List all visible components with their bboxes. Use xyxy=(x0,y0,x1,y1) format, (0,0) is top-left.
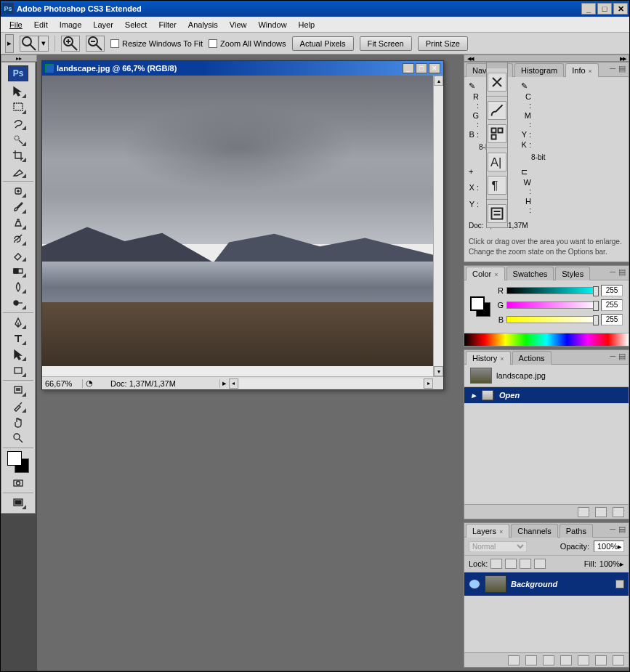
shape-tool[interactable] xyxy=(9,363,27,378)
panel-minimize-icon[interactable]: ─ xyxy=(610,352,615,361)
panel-menu-icon[interactable]: ▤ xyxy=(618,352,626,361)
close-button[interactable]: ✕ xyxy=(613,3,628,15)
menu-view[interactable]: View xyxy=(224,19,253,31)
menu-image[interactable]: Image xyxy=(54,19,88,31)
dodge-tool[interactable] xyxy=(9,296,27,310)
blend-mode-select[interactable]: Normal xyxy=(469,541,527,552)
new-group-icon[interactable] xyxy=(578,655,589,665)
delete-state-icon[interactable] xyxy=(613,507,624,517)
history-brush-tool[interactable] xyxy=(9,232,27,246)
tool-preset-dropdown[interactable]: ▾ xyxy=(39,36,49,52)
panel-minimize-icon[interactable]: ─ xyxy=(610,267,615,277)
screen-mode-tool[interactable] xyxy=(9,495,27,510)
type-tool[interactable] xyxy=(9,331,27,346)
marquee-tool[interactable] xyxy=(9,100,27,115)
r-value[interactable]: 255 xyxy=(601,285,623,296)
crop-tool[interactable] xyxy=(9,148,27,163)
menu-file[interactable]: File xyxy=(4,19,28,31)
lasso-tool[interactable] xyxy=(9,116,27,131)
panel-menu-icon[interactable]: ▤ xyxy=(618,64,626,73)
new-snapshot-icon[interactable] xyxy=(595,507,607,517)
lock-pixels-icon[interactable] xyxy=(505,559,517,569)
tab-info[interactable]: Info× xyxy=(565,63,599,77)
new-layer-icon[interactable] xyxy=(595,655,607,665)
print-size-button[interactable]: Print Size xyxy=(418,36,468,51)
new-doc-from-state-icon[interactable] xyxy=(578,507,589,517)
pen-tool[interactable] xyxy=(9,315,27,330)
lock-transparency-icon[interactable] xyxy=(490,559,502,569)
panel-icon-clone[interactable] xyxy=(488,101,506,120)
tab-channels[interactable]: Channels xyxy=(511,524,557,538)
lock-position-icon[interactable] xyxy=(520,559,531,569)
layer-background[interactable]: Background xyxy=(464,572,629,596)
notes-tool[interactable] xyxy=(9,383,27,397)
eyedropper-tool[interactable] xyxy=(9,399,27,413)
tab-swatches[interactable]: Swatches xyxy=(506,267,554,280)
menu-window[interactable]: Window xyxy=(252,19,292,31)
healing-brush-tool[interactable] xyxy=(9,184,27,198)
menu-edit[interactable]: Edit xyxy=(28,19,54,31)
menu-analysis[interactable]: Analysis xyxy=(182,19,224,31)
menu-select[interactable]: Select xyxy=(119,19,153,31)
brush-tool[interactable] xyxy=(9,200,27,214)
maximize-button[interactable]: □ xyxy=(597,3,612,15)
move-tool[interactable] xyxy=(9,84,27,99)
horizontal-scrollbar[interactable]: ◂▸ xyxy=(229,378,433,389)
menu-help[interactable]: Help xyxy=(293,19,321,31)
lock-all-icon[interactable] xyxy=(534,559,546,569)
fill-value[interactable]: 100%▸ xyxy=(599,559,624,569)
b-slider[interactable] xyxy=(506,316,598,323)
panel-menu-icon[interactable]: ▤ xyxy=(618,525,626,534)
options-expand[interactable]: ▸ xyxy=(5,34,14,53)
g-value[interactable]: 255 xyxy=(601,299,623,311)
hand-tool[interactable] xyxy=(9,415,27,429)
doc-minimize-button[interactable]: _ xyxy=(403,63,414,73)
document-canvas[interactable] xyxy=(42,76,433,376)
history-snapshot[interactable]: landscape.jpg xyxy=(464,365,629,387)
path-select-tool[interactable] xyxy=(9,347,27,362)
panel-minimize-icon[interactable]: ─ xyxy=(610,525,615,534)
fit-screen-button[interactable]: Fit Screen xyxy=(360,36,412,51)
panel-menu-icon[interactable]: ▤ xyxy=(618,267,626,277)
menu-filter[interactable]: Filter xyxy=(153,19,182,31)
layer-mask-icon[interactable] xyxy=(543,655,554,665)
tool-preset-zoom[interactable] xyxy=(20,36,39,52)
actual-pixels-button[interactable]: Actual Pixels xyxy=(292,36,354,51)
menu-layer[interactable]: Layer xyxy=(87,19,119,31)
tab-styles[interactable]: Styles xyxy=(555,267,590,280)
zoom-tool[interactable] xyxy=(9,431,27,445)
layer-visibility-icon[interactable] xyxy=(469,579,480,589)
quick-select-tool[interactable] xyxy=(9,132,27,147)
color-swatch-fgbg[interactable] xyxy=(470,296,490,317)
toolbox-collapse[interactable]: ▸▸ xyxy=(1,54,37,62)
delete-layer-icon[interactable] xyxy=(613,655,624,665)
link-layers-icon[interactable] xyxy=(508,655,520,665)
b-value[interactable]: 255 xyxy=(601,314,623,325)
panel-minimize-icon[interactable]: ─ xyxy=(610,64,615,73)
r-slider[interactable] xyxy=(506,287,598,294)
ps-badge[interactable]: Ps xyxy=(8,65,28,81)
document-titlebar[interactable]: landscape.jpg @ 66,7% (RGB/8) _ □ ✕ xyxy=(42,61,443,76)
color-spectrum[interactable] xyxy=(464,333,629,346)
clone-stamp-tool[interactable] xyxy=(9,216,27,230)
minimize-button[interactable]: _ xyxy=(581,3,596,15)
zoom-all-checkbox[interactable]: Zoom All Windows xyxy=(209,39,286,48)
doc-maximize-button[interactable]: □ xyxy=(416,63,427,73)
zoom-in-icon[interactable] xyxy=(61,36,80,52)
panel-icon-character[interactable]: A| xyxy=(488,153,506,171)
resize-windows-checkbox[interactable]: Resize Windows To Fit xyxy=(110,39,203,48)
opacity-value[interactable]: 100%▸ xyxy=(594,541,624,552)
panel-icon-brushes[interactable] xyxy=(488,73,506,92)
layer-style-icon[interactable] xyxy=(525,655,537,665)
tab-histogram[interactable]: Histogram xyxy=(514,63,564,77)
panel-icon-paragraph[interactable]: ¶ xyxy=(488,176,506,195)
zoom-out-icon[interactable] xyxy=(86,36,105,52)
panel-icon-tool-presets[interactable] xyxy=(488,124,506,143)
panel-icon-layer-comps[interactable] xyxy=(488,204,506,223)
history-state-open[interactable]: ▸ Open xyxy=(464,387,629,403)
eraser-tool[interactable] xyxy=(9,248,27,262)
tab-actions[interactable]: Actions xyxy=(512,351,552,365)
doc-close-button[interactable]: ✕ xyxy=(429,63,440,73)
tab-history[interactable]: History× xyxy=(466,351,511,365)
zoom-level[interactable]: 66,67% xyxy=(42,379,83,388)
